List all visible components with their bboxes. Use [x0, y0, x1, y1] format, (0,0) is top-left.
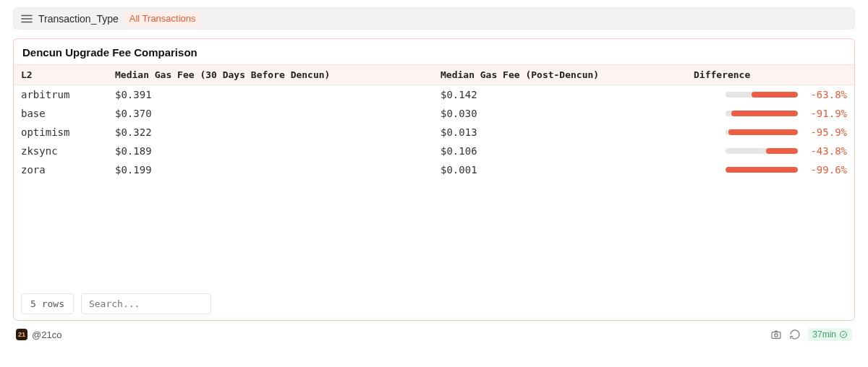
col-header-diff[interactable]: Difference [694, 69, 847, 80]
cell-before: $0.322 [115, 126, 441, 138]
col-header-post[interactable]: Median Gas Fee (Post-Dencun) [441, 69, 694, 80]
cell-diff: -63.8% [694, 89, 847, 100]
cell-post: $0.001 [441, 164, 694, 176]
svg-point-2 [841, 332, 847, 338]
diff-bar-fill [752, 92, 798, 98]
author-avatar[interactable]: 21 [16, 329, 27, 340]
table-row[interactable]: zora$0.199$0.001-99.6% [14, 160, 854, 179]
table-header-row: L2 Median Gas Fee (30 Days Before Dencun… [14, 64, 854, 85]
cell-l2: optimism [21, 126, 115, 138]
cell-before: $0.370 [115, 108, 441, 119]
diff-pct: -91.9% [807, 108, 847, 119]
refresh-icon[interactable] [789, 329, 801, 340]
cell-post: $0.030 [441, 108, 694, 119]
panel-footer: 21 @21co 37min [16, 328, 852, 341]
diff-bar-track [726, 167, 798, 173]
col-header-l2[interactable]: L2 [21, 69, 115, 80]
cell-l2: arbitrum [21, 89, 115, 100]
cell-diff: -43.8% [694, 145, 847, 157]
check-circle-icon [839, 330, 848, 339]
diff-bar-fill [731, 111, 798, 116]
filter-label: Transaction_Type [38, 13, 119, 25]
filter-bar[interactable]: Transaction_Type All Transactions [13, 7, 855, 30]
svg-rect-0 [772, 332, 780, 339]
diff-bar-fill [726, 167, 798, 173]
search-input[interactable] [81, 293, 211, 314]
diff-pct: -95.9% [807, 126, 847, 138]
diff-bar-track [726, 111, 798, 116]
filter-value-chip[interactable]: All Transactions [124, 12, 201, 25]
cell-diff: -95.9% [694, 126, 847, 138]
diff-bar-track [726, 92, 798, 98]
cell-post: $0.142 [441, 89, 694, 100]
fee-comparison-panel: Dencun Upgrade Fee Comparison L2 Median … [13, 38, 855, 321]
svg-point-1 [775, 334, 778, 337]
cell-post: $0.013 [441, 126, 694, 138]
cell-post: $0.106 [441, 145, 694, 157]
diff-bar-track [726, 148, 798, 154]
cell-l2: zksync [21, 145, 115, 157]
table-bottom-bar: 5 rows [14, 288, 854, 320]
diff-bar-fill [728, 129, 798, 135]
camera-icon[interactable] [770, 329, 782, 340]
diff-pct: -63.8% [807, 89, 847, 100]
rows-count-chip[interactable]: 5 rows [21, 293, 74, 314]
cell-l2: zora [21, 164, 115, 176]
fee-table: L2 Median Gas Fee (30 Days Before Dencun… [14, 64, 854, 320]
table-empty-space [14, 179, 854, 288]
hamburger-icon [21, 14, 33, 24]
age-text: 37min [812, 329, 836, 340]
cell-diff: -99.6% [694, 164, 847, 176]
cell-l2: base [21, 108, 115, 119]
col-header-before[interactable]: Median Gas Fee (30 Days Before Dencun) [115, 69, 441, 80]
age-chip[interactable]: 37min [808, 328, 852, 341]
author-handle[interactable]: @21co [32, 329, 61, 340]
diff-pct: -99.6% [807, 164, 847, 176]
cell-before: $0.199 [115, 164, 441, 176]
table-row[interactable]: zksync$0.189$0.106-43.8% [14, 142, 854, 160]
diff-bar-fill [766, 148, 798, 154]
table-row[interactable]: base$0.370$0.030-91.9% [14, 104, 854, 123]
diff-pct: -43.8% [807, 145, 847, 157]
table-row[interactable]: arbitrum$0.391$0.142-63.8% [14, 85, 854, 104]
panel-title: Dencun Upgrade Fee Comparison [14, 39, 854, 64]
cell-before: $0.391 [115, 89, 441, 100]
cell-before: $0.189 [115, 145, 441, 157]
table-row[interactable]: optimism$0.322$0.013-95.9% [14, 123, 854, 142]
cell-diff: -91.9% [694, 108, 847, 119]
diff-bar-track [726, 129, 798, 135]
